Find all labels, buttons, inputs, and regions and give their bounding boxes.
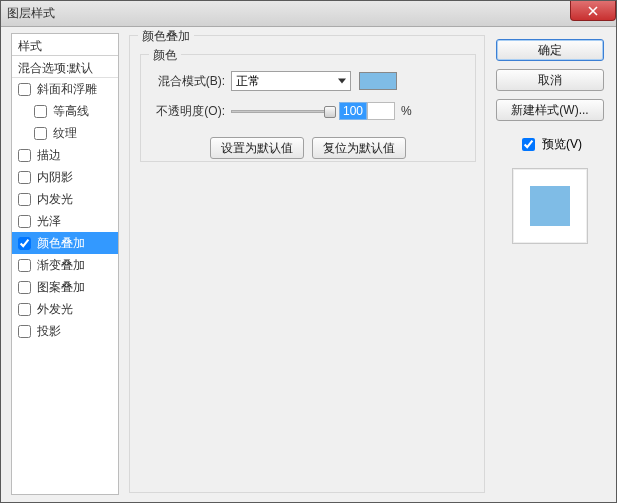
set-default-button[interactable]: 设置为默认值 — [210, 137, 304, 159]
style-item-label: 等高线 — [53, 103, 89, 120]
style-item-8[interactable]: 渐变叠加 — [12, 254, 118, 276]
opacity-value-box[interactable] — [367, 102, 395, 120]
preview-fill — [530, 186, 570, 226]
preview-checkbox-row[interactable]: 预览(V) — [496, 135, 604, 154]
style-checkbox[interactable] — [18, 259, 31, 272]
ok-button[interactable]: 确定 — [496, 39, 604, 61]
style-checkbox[interactable] — [18, 325, 31, 338]
styles-header: 样式 — [12, 34, 118, 56]
style-item-5[interactable]: 内发光 — [12, 188, 118, 210]
style-item-6[interactable]: 光泽 — [12, 210, 118, 232]
style-item-2[interactable]: 纹理 — [12, 122, 118, 144]
style-checkbox[interactable] — [18, 83, 31, 96]
layer-style-dialog: 图层样式 样式 混合选项:默认 斜面和浮雕等高线纹理描边内阴影内发光光泽颜色叠加… — [0, 0, 617, 503]
style-item-label: 内发光 — [37, 191, 73, 208]
opacity-unit: % — [401, 104, 412, 118]
titlebar[interactable]: 图层样式 — [1, 1, 616, 27]
close-button[interactable] — [570, 1, 616, 21]
style-item-label: 投影 — [37, 323, 61, 340]
style-item-3[interactable]: 描边 — [12, 144, 118, 166]
preview-label: 预览(V) — [542, 136, 582, 153]
style-checkbox[interactable] — [18, 237, 31, 250]
blend-mode-label: 混合模式(B): — [149, 73, 231, 90]
opacity-slider[interactable] — [231, 110, 331, 113]
style-item-label: 光泽 — [37, 213, 61, 230]
overlay-color-swatch[interactable] — [359, 72, 397, 90]
preview-box — [512, 168, 588, 244]
style-item-label: 外发光 — [37, 301, 73, 318]
opacity-value[interactable]: 100 — [339, 102, 367, 120]
close-icon — [588, 6, 598, 16]
style-item-label: 渐变叠加 — [37, 257, 85, 274]
slider-thumb-icon[interactable] — [324, 106, 336, 118]
new-style-button[interactable]: 新建样式(W)... — [496, 99, 604, 121]
style-checkbox[interactable] — [18, 281, 31, 294]
style-item-0[interactable]: 斜面和浮雕 — [12, 78, 118, 100]
window-title: 图层样式 — [7, 5, 55, 22]
style-item-label: 描边 — [37, 147, 61, 164]
style-checkbox[interactable] — [18, 149, 31, 162]
color-group: 颜色 混合模式(B): 正常 不透明度(O): 100 % 设置为默认值 — [140, 54, 476, 162]
preview-checkbox[interactable] — [522, 138, 535, 151]
style-item-1[interactable]: 等高线 — [12, 100, 118, 122]
settings-group-title: 颜色叠加 — [138, 28, 194, 45]
blend-mode-value: 正常 — [236, 73, 260, 90]
styles-panel: 样式 混合选项:默认 斜面和浮雕等高线纹理描边内阴影内发光光泽颜色叠加渐变叠加图… — [11, 33, 119, 495]
settings-group: 颜色叠加 颜色 混合模式(B): 正常 不透明度(O): 100 % — [129, 35, 485, 493]
style-checkbox[interactable] — [18, 303, 31, 316]
reset-default-button[interactable]: 复位为默认值 — [312, 137, 406, 159]
style-item-9[interactable]: 图案叠加 — [12, 276, 118, 298]
right-column: 确定 取消 新建样式(W)... 预览(V) — [496, 39, 604, 244]
style-item-label: 图案叠加 — [37, 279, 85, 296]
style-item-4[interactable]: 内阴影 — [12, 166, 118, 188]
style-item-10[interactable]: 外发光 — [12, 298, 118, 320]
style-checkbox[interactable] — [18, 215, 31, 228]
style-item-11[interactable]: 投影 — [12, 320, 118, 342]
style-checkbox[interactable] — [18, 193, 31, 206]
style-item-label: 颜色叠加 — [37, 235, 85, 252]
color-group-title: 颜色 — [149, 47, 181, 64]
cancel-button[interactable]: 取消 — [496, 69, 604, 91]
style-item-label: 纹理 — [53, 125, 77, 142]
opacity-label: 不透明度(O): — [149, 103, 231, 120]
blend-mode-select[interactable]: 正常 — [231, 71, 351, 91]
style-item-label: 斜面和浮雕 — [37, 81, 97, 98]
style-item-label: 内阴影 — [37, 169, 73, 186]
style-checkbox[interactable] — [34, 127, 47, 140]
style-checkbox[interactable] — [34, 105, 47, 118]
chevron-down-icon — [338, 79, 346, 84]
style-checkbox[interactable] — [18, 171, 31, 184]
blend-options-item[interactable]: 混合选项:默认 — [12, 56, 118, 78]
style-item-7[interactable]: 颜色叠加 — [12, 232, 118, 254]
